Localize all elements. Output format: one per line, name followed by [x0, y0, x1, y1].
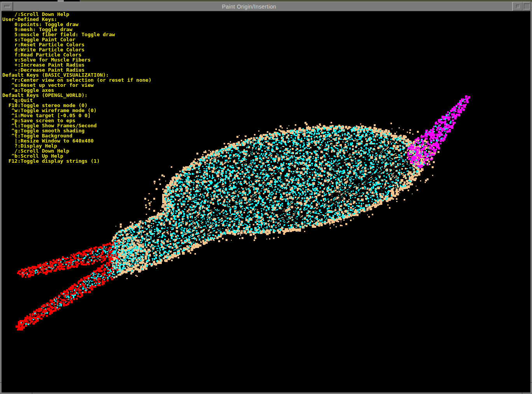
frame-notch-right	[530, 382, 532, 383]
maximize-square-icon	[524, 4, 530, 9]
help-overlay-text: /:Scroll Down Help User-Defined Keys: 0:…	[2, 12, 152, 164]
maximize-button[interactable]	[523, 2, 530, 11]
titlebar-drag-area[interactable]: Paint Origin/Insertion	[13, 2, 513, 11]
paint-window-frame: Paint Origin/Insertion /:Scroll Down Hel…	[0, 2, 532, 394]
opengl-content-area: /:Scroll Down Help User-Defined Keys: 0:…	[2, 11, 530, 392]
window-title: Paint Origin/Insertion	[222, 4, 276, 10]
minimize-button[interactable]	[513, 2, 523, 11]
frame-notch-left	[0, 382, 2, 383]
minimize-square-icon	[516, 5, 520, 8]
frame-notch-bottom-right	[522, 392, 522, 394]
titlebar[interactable]: Paint Origin/Insertion	[2, 2, 530, 11]
window-menu-dash-icon	[4, 5, 10, 8]
frame-notch-bottom-left	[32, 392, 32, 394]
window-menu-button[interactable]	[2, 2, 13, 11]
